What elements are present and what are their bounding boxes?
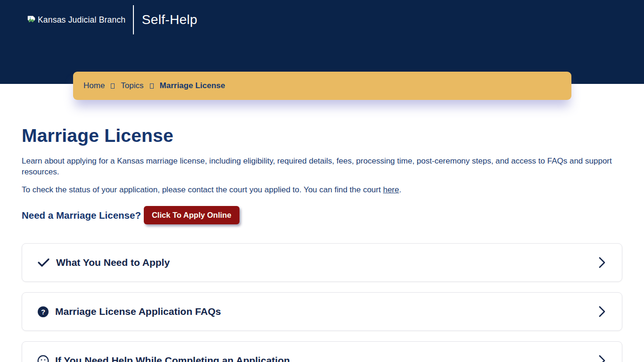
cta-row: Need a Marriage License? Click To Apply … <box>22 206 622 224</box>
question-circle-icon: ? <box>37 306 49 318</box>
breadcrumb-separator-icon <box>150 83 154 89</box>
chevron-right-icon <box>598 256 606 269</box>
logo-link[interactable]: Kansas Judicial Branch <box>27 15 125 25</box>
accordion-what-you-need[interactable]: What You Need to Apply <box>22 243 622 282</box>
accordion-title: What You Need to Apply <box>56 257 598 268</box>
accordion-faqs[interactable]: ? Marriage License Application FAQs <box>22 292 622 331</box>
accordion-need-help[interactable]: If You Need Help While Completing an App… <box>22 341 622 362</box>
breadcrumb-current-page: Marriage License <box>160 81 225 90</box>
support-circle-icon <box>37 355 49 362</box>
status-paragraph: To check the status of your application,… <box>22 184 622 195</box>
intro-paragraph: Learn about applying for a Kansas marria… <box>22 156 622 177</box>
breadcrumb-home-link[interactable]: Home <box>83 81 105 90</box>
breadcrumb-topics-link[interactable]: Topics <box>121 81 143 90</box>
apply-online-button[interactable]: Click To Apply Online <box>144 206 239 224</box>
accordion-title: Marriage License Application FAQs <box>55 306 598 317</box>
logo-alt-text: Kansas Judicial Branch <box>38 15 125 25</box>
cta-label: Need a Marriage License? <box>22 210 141 221</box>
chevron-right-icon <box>598 354 606 362</box>
breadcrumb-separator-icon <box>111 83 115 89</box>
header-divider <box>133 5 134 34</box>
main-content: Marriage License Learn about applying fo… <box>0 84 644 362</box>
svg-text:?: ? <box>41 308 45 316</box>
site-title[interactable]: Self-Help <box>142 12 198 27</box>
breadcrumb: Home Topics Marriage License <box>73 72 571 100</box>
find-court-link[interactable]: here <box>383 185 399 194</box>
accordion-list: What You Need to Apply ? Marriage Licens… <box>22 243 622 362</box>
broken-image-icon <box>27 15 36 25</box>
check-icon <box>37 257 50 268</box>
page-title: Marriage License <box>22 125 622 146</box>
status-text-end: . <box>399 185 401 194</box>
status-text: To check the status of your application,… <box>22 185 383 194</box>
chevron-right-icon <box>598 305 606 318</box>
accordion-title: If You Need Help While Completing an App… <box>55 355 598 362</box>
